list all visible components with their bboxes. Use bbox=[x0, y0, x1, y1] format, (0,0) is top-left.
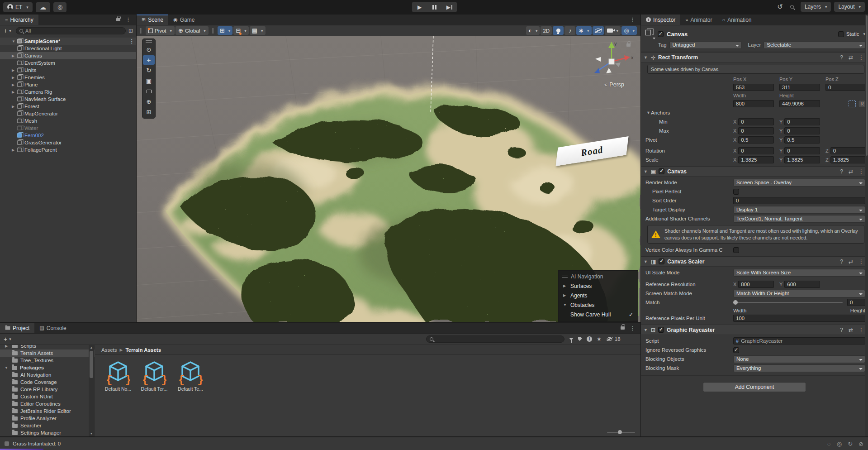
scroll-down-icon[interactable]: ▼ bbox=[89, 431, 94, 436]
expand-arrow-icon[interactable]: ▶ bbox=[12, 105, 17, 109]
camera-dropdown[interactable]: ▾ bbox=[605, 26, 621, 35]
folder-item[interactable]: AI Navigation bbox=[0, 371, 95, 378]
scale-z-field[interactable]: 1.3825 bbox=[830, 156, 866, 163]
rotation-y-field[interactable]: 0 bbox=[784, 147, 820, 154]
presets-icon[interactable]: ⇄ bbox=[847, 259, 854, 265]
scene-menu-icon[interactable]: ⋮ bbox=[129, 38, 135, 44]
cloud-button[interactable]: ☁ bbox=[36, 2, 50, 12]
active-checkbox[interactable] bbox=[658, 31, 664, 37]
reference-resolution-x-field[interactable]: 800 bbox=[738, 281, 774, 288]
panel-menu-icon[interactable]: ⋮ bbox=[627, 325, 638, 331]
thumbnail-zoom-slider[interactable] bbox=[607, 432, 635, 433]
tab-hierarchy[interactable]: ≡ Hierarchy bbox=[0, 14, 38, 25]
hierarchy-search-input[interactable]: All bbox=[16, 27, 126, 34]
tab-console[interactable]: ▤ Console bbox=[34, 323, 71, 333]
hierarchy-item[interactable]: ▶ Plane ⋮ bbox=[0, 81, 136, 88]
add-object-button[interactable]: +▾ bbox=[0, 27, 13, 34]
folder-item[interactable]: ▼ Packages bbox=[0, 364, 95, 371]
hierarchy-item[interactable]: GrassGenerator ⋮ bbox=[0, 139, 136, 146]
pos-y-field[interactable]: 311 bbox=[779, 84, 820, 91]
toolbar-drag-handle[interactable] bbox=[212, 28, 214, 34]
height-field[interactable]: 449.9096 bbox=[779, 100, 820, 107]
toolbar-drag-handle[interactable] bbox=[140, 28, 142, 34]
graphic-raycaster-header[interactable]: ▼ ⊡ Graphic Raycaster ? ⇄ ⋮ bbox=[641, 325, 868, 335]
show-carve-hull-row[interactable]: Show Carve Hull ✓ bbox=[559, 310, 638, 319]
layers-dropdown[interactable]: Layers ▾ bbox=[801, 2, 831, 12]
foldout-icon[interactable]: ▼ bbox=[644, 169, 648, 174]
pos-x-field[interactable]: 553 bbox=[733, 84, 774, 91]
hierarchy-item[interactable]: Mesh ⋮ bbox=[0, 117, 136, 124]
asset-item[interactable]: { } Default Ter... bbox=[138, 359, 170, 392]
tab-inspector[interactable]: i Inspector bbox=[641, 14, 680, 25]
scale-y-field[interactable]: 1.3825 bbox=[784, 156, 820, 163]
expand-arrow-icon[interactable]: ▶ bbox=[563, 284, 568, 288]
rect-transform-header[interactable]: ▼ ⊹ Rect Transform ? ⇄ ⋮ bbox=[641, 52, 868, 62]
blocked-icon[interactable]: ⊘ bbox=[859, 440, 863, 447]
help-icon[interactable]: ? bbox=[839, 168, 844, 175]
lock-icon[interactable] bbox=[621, 326, 625, 330]
add-component-button[interactable]: Add Component bbox=[703, 382, 806, 392]
hierarchy-item[interactable]: EventSystem ⋮ bbox=[0, 59, 136, 67]
anchor-presets-button[interactable] bbox=[849, 100, 856, 107]
folder-item[interactable]: Code Coverage bbox=[0, 378, 95, 386]
asset-item[interactable]: { } Default Te... bbox=[175, 359, 206, 392]
effects-dropdown[interactable]: ∗▾ bbox=[576, 26, 591, 35]
global-dropdown[interactable]: ⊕ Global▾ bbox=[175, 26, 209, 35]
slider-thumb[interactable] bbox=[733, 300, 738, 305]
folder-item[interactable]: Core RP Library bbox=[0, 386, 95, 393]
gizmo-lock-icon[interactable] bbox=[626, 43, 631, 47]
component-menu-icon[interactable]: ⋮ bbox=[857, 54, 865, 61]
hierarchy-item[interactable]: ▼ SampleScene* ⋮ bbox=[0, 38, 136, 45]
gameobject-icon[interactable] bbox=[645, 29, 655, 39]
ignore-reversed-checkbox[interactable] bbox=[733, 347, 739, 353]
create-asset-button[interactable]: +▾ bbox=[0, 335, 13, 343]
reference-ppu-field[interactable]: 100 bbox=[733, 315, 865, 322]
panel-menu-icon[interactable]: ⋮ bbox=[123, 16, 133, 23]
expand-arrow-icon[interactable]: ▶ bbox=[12, 68, 17, 72]
help-icon[interactable]: ? bbox=[839, 259, 844, 265]
anchor-max-y-field[interactable]: 0 bbox=[784, 127, 820, 134]
pivot-x-field[interactable]: 0.5 bbox=[738, 136, 774, 144]
folder-scrollbar[interactable]: ▲ ▼ bbox=[89, 345, 94, 436]
blocking-objects-dropdown[interactable]: None bbox=[733, 355, 865, 363]
shader-channels-dropdown[interactable]: TexCoord1, Normal, Tangent bbox=[733, 215, 865, 223]
increment-snap-button[interactable]: ⊟▾ bbox=[233, 26, 248, 35]
folder-item[interactable]: Searcher bbox=[0, 422, 95, 429]
hierarchy-item[interactable]: MapGenerator ⋮ bbox=[0, 110, 136, 117]
foldout-icon[interactable]: ▼ bbox=[645, 110, 651, 115]
transform-tool-button[interactable]: ⊕ bbox=[143, 97, 155, 106]
static-checkbox[interactable] bbox=[838, 31, 844, 37]
width-field[interactable]: 800 bbox=[733, 100, 774, 107]
tab-animator[interactable]: » Animator bbox=[680, 14, 717, 25]
target-display-dropdown[interactable]: Display 1 bbox=[733, 206, 865, 214]
info-icon[interactable]: i bbox=[587, 336, 592, 342]
folder-item[interactable]: Terrain Assets bbox=[0, 349, 95, 357]
component-enabled-checkbox[interactable] bbox=[659, 168, 664, 174]
anchor-max-x-field[interactable]: 0 bbox=[738, 127, 774, 134]
expand-arrow-icon[interactable]: ▼ bbox=[5, 366, 9, 370]
breadcrumb-root[interactable]: Assets bbox=[101, 347, 117, 353]
move-tool-button[interactable]: + bbox=[143, 55, 155, 65]
lighting-toggle[interactable] bbox=[553, 26, 564, 35]
component-menu-icon[interactable]: ⋮ bbox=[857, 168, 865, 175]
2d-toggle[interactable]: 2D bbox=[541, 26, 552, 35]
grid-snap-button[interactable]: ⊞▾ bbox=[218, 26, 232, 35]
hierarchy-item[interactable]: ▶ Units ⋮ bbox=[0, 67, 136, 74]
scene-visibility-toggle[interactable] bbox=[593, 26, 604, 35]
expand-arrow-icon[interactable]: ▶ bbox=[12, 148, 17, 152]
expand-arrow-icon[interactable]: ▶ bbox=[12, 83, 17, 87]
help-icon[interactable]: ? bbox=[839, 54, 844, 61]
inspector-scrollbar[interactable] bbox=[865, 14, 868, 436]
expand-arrow-icon[interactable]: ▶ bbox=[563, 293, 568, 297]
hierarchy-item[interactable]: ▶ Camera Rig ⋮ bbox=[0, 88, 136, 96]
search-icon[interactable] bbox=[790, 5, 794, 9]
scene-viewport[interactable]: ⊙ + ↻ ▣ ⊕ ⊞ y x bbox=[137, 36, 640, 322]
help-icon[interactable]: ? bbox=[839, 327, 844, 333]
rect-tool-button[interactable] bbox=[143, 86, 155, 96]
render-mode-dropdown[interactable]: Screen Space - Overlay bbox=[733, 179, 865, 187]
draw-mode-dropdown[interactable]: ◐▾ bbox=[526, 26, 540, 35]
audio-toggle[interactable]: ♪ bbox=[564, 26, 575, 35]
services-button[interactable]: ◎ bbox=[53, 2, 66, 12]
static-dropdown[interactable]: Static ▾ bbox=[838, 31, 865, 37]
presets-icon[interactable]: ⇄ bbox=[847, 54, 854, 61]
